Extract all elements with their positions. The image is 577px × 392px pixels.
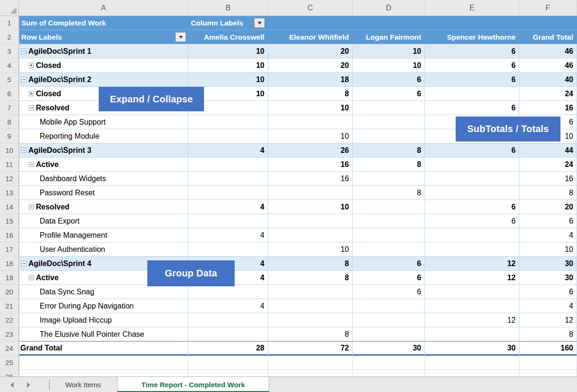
row-header-24[interactable]: 24 <box>0 342 19 356</box>
value-cell[interactable]: 10 <box>268 101 353 115</box>
value-cell[interactable] <box>188 327 268 341</box>
value-cell[interactable] <box>353 214 425 228</box>
value-cell[interactable] <box>188 214 268 228</box>
value-cell[interactable]: 8 <box>353 143 425 157</box>
value-cell[interactable]: 30 <box>425 342 519 354</box>
column-header-cell[interactable]: Spencer Hawthorne <box>425 30 519 44</box>
row-header-12[interactable]: 12 <box>0 172 19 186</box>
select-all-corner[interactable] <box>0 0 19 16</box>
row-label-cell[interactable]: Error During App Navigation <box>19 299 188 313</box>
row-header-22[interactable]: 22 <box>0 313 19 327</box>
value-cell[interactable]: 12 <box>425 271 519 284</box>
value-cell[interactable]: 6 <box>425 143 519 157</box>
value-cell[interactable]: 12 <box>425 313 519 327</box>
value-cell[interactable] <box>188 186 268 200</box>
value-cell[interactable]: 46 <box>519 58 577 72</box>
row-label-cell[interactable]: −Active <box>19 158 188 171</box>
row-header-8[interactable]: 8 <box>0 115 19 129</box>
value-cell[interactable] <box>353 172 425 185</box>
column-labels-filter-button[interactable] <box>254 18 265 28</box>
column-header-c[interactable]: C <box>268 0 353 16</box>
value-cell[interactable]: 4 <box>188 200 268 214</box>
value-cell[interactable] <box>425 327 519 341</box>
value-cell[interactable]: 6 <box>425 73 519 86</box>
row-label-cell[interactable]: −AgileDoc\Sprint 3 <box>19 143 188 157</box>
value-cell[interactable]: 8 <box>353 158 425 171</box>
value-cell[interactable] <box>268 299 353 313</box>
value-cell[interactable]: 20 <box>268 44 353 58</box>
value-cell[interactable]: 6 <box>425 200 519 214</box>
value-cell[interactable]: 6 <box>353 87 425 100</box>
value-cell[interactable] <box>268 313 353 327</box>
value-cell[interactable] <box>353 129 425 143</box>
expand-icon[interactable]: + <box>29 63 34 68</box>
collapse-icon[interactable]: − <box>29 162 34 167</box>
value-cell[interactable]: 10 <box>353 44 425 58</box>
value-cell[interactable]: 24 <box>519 87 577 100</box>
value-cell[interactable]: 6 <box>425 44 519 58</box>
value-cell[interactable] <box>425 228 519 242</box>
value-cell[interactable]: 16 <box>519 172 577 185</box>
row-header-9[interactable]: 9 <box>0 129 19 143</box>
value-cell[interactable]: 160 <box>519 342 577 354</box>
row-header-26[interactable]: 26 <box>0 370 19 376</box>
value-cell[interactable]: 10 <box>519 242 577 256</box>
row-header-20[interactable]: 20 <box>0 285 19 299</box>
value-cell[interactable]: 8 <box>268 327 353 341</box>
row-label-cell[interactable]: Image Upload Hiccup <box>19 313 188 327</box>
value-cell[interactable] <box>425 285 519 299</box>
next-sheet-arrow-icon[interactable] <box>27 382 30 388</box>
value-cell[interactable] <box>188 172 268 185</box>
row-label-cell[interactable]: Grand Total <box>19 342 188 354</box>
row-header-21[interactable]: 21 <box>0 299 19 313</box>
row-label-cell[interactable]: −AgileDoc\Sprint 2 <box>19 73 188 86</box>
value-cell[interactable] <box>425 186 519 200</box>
row-header-5[interactable]: 5 <box>0 73 19 87</box>
value-cell[interactable]: 72 <box>268 342 353 354</box>
value-cell[interactable]: 30 <box>519 257 577 270</box>
value-cell[interactable]: 16 <box>268 172 353 185</box>
value-cell[interactable] <box>188 129 268 143</box>
row-label-cell[interactable]: Profile Management <box>19 228 188 242</box>
row-label-cell[interactable]: Data Sync Snag <box>19 285 188 299</box>
callout-shape[interactable]: SubTotals / Totals <box>456 117 560 142</box>
row-label-cell[interactable]: The Elusive Null Pointer Chase <box>19 327 188 341</box>
row-header-1[interactable]: 1 <box>0 16 19 30</box>
row-header-10[interactable]: 10 <box>0 143 19 158</box>
row-header-7[interactable]: 7 <box>0 101 19 115</box>
row-header-25[interactable]: 25 <box>0 356 19 370</box>
column-header-cell[interactable]: Eleanor Whitfield <box>268 30 353 44</box>
value-cell[interactable]: 8 <box>268 87 353 100</box>
row-label-cell[interactable]: −AgileDoc\Sprint 1 <box>19 44 188 58</box>
row-header-4[interactable]: 4 <box>0 58 19 73</box>
row-label-cell[interactable]: User Authentication <box>19 242 188 256</box>
value-cell[interactable] <box>268 214 353 228</box>
value-cell[interactable] <box>268 115 353 129</box>
value-cell[interactable]: 20 <box>268 58 353 72</box>
value-cell[interactable]: 10 <box>268 129 353 143</box>
row-header-3[interactable]: 3 <box>0 44 19 58</box>
value-cell[interactable]: 18 <box>268 73 353 86</box>
value-cell[interactable] <box>353 299 425 313</box>
value-cell[interactable] <box>268 228 353 242</box>
value-cell[interactable] <box>188 158 268 171</box>
value-cell[interactable]: 10 <box>268 200 353 214</box>
value-cell[interactable] <box>268 186 353 200</box>
value-cell[interactable]: 10 <box>188 44 268 58</box>
column-header-a[interactable]: A <box>19 0 188 16</box>
row-header-15[interactable]: 15 <box>0 214 19 228</box>
value-cell[interactable] <box>353 228 425 242</box>
value-cell[interactable]: 4 <box>188 143 268 157</box>
row-header-2[interactable]: 2 <box>0 30 19 44</box>
value-cell[interactable] <box>353 115 425 129</box>
row-header-6[interactable]: 6 <box>0 87 19 101</box>
collapse-icon[interactable]: − <box>29 204 34 209</box>
value-cell[interactable]: 8 <box>268 257 353 270</box>
prev-sheet-arrow-icon[interactable] <box>10 382 14 388</box>
column-header-b[interactable]: B <box>188 0 268 16</box>
collapse-icon[interactable]: − <box>29 275 34 280</box>
row-labels-filter-button[interactable] <box>175 32 186 42</box>
value-cell[interactable]: 8 <box>519 327 577 341</box>
value-cell[interactable]: 30 <box>519 271 577 284</box>
value-cell[interactable] <box>268 285 353 299</box>
